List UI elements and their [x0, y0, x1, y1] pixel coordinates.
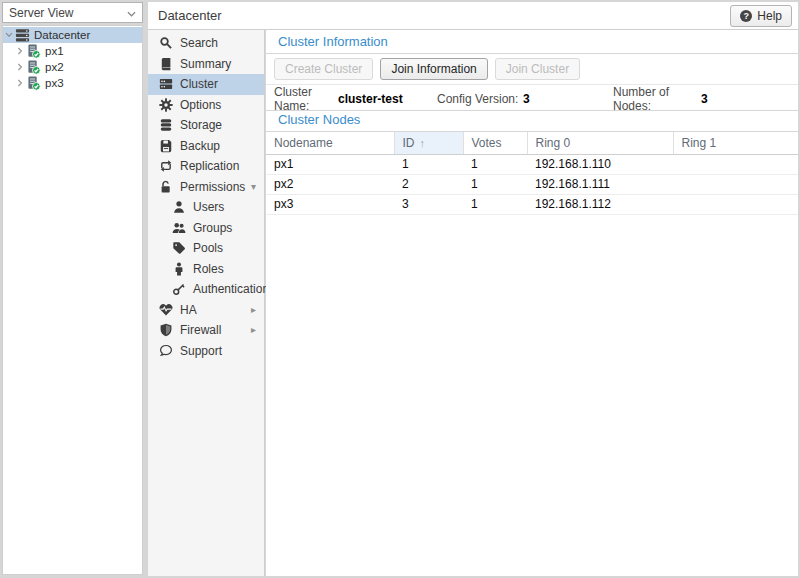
- cluster-info-row: Cluster Name:cluster-testConfig Version:…: [266, 85, 798, 111]
- sidebar-item-firewall[interactable]: Firewall▸: [148, 320, 264, 341]
- datacenter-icon: [15, 28, 30, 43]
- heartbeat-icon: [159, 303, 173, 317]
- page-title: Datacenter: [158, 8, 222, 23]
- info-field-value: 3: [701, 92, 798, 106]
- table-cell: px3: [266, 194, 394, 214]
- question-circle-icon: ?: [740, 10, 752, 22]
- column-header-ring-0[interactable]: Ring 0: [527, 132, 673, 154]
- column-header-votes[interactable]: Votes: [463, 132, 527, 154]
- column-header-label: Votes: [472, 136, 502, 150]
- tree-expand-icon[interactable]: [14, 63, 26, 71]
- sidebar-item-label: Groups: [193, 221, 232, 235]
- sidebar-item-search[interactable]: Search: [148, 33, 264, 54]
- column-header-label: Ring 0: [536, 136, 571, 150]
- column-header-label: Nodename: [274, 136, 333, 150]
- table-row-px1[interactable]: px111192.168.1.110: [266, 154, 798, 174]
- create-cluster-button: Create Cluster: [274, 58, 373, 80]
- tree-node-label: px2: [45, 61, 64, 73]
- sidebar-item-label: Storage: [180, 118, 222, 132]
- sidebar-item-label: Backup: [180, 139, 220, 153]
- join-information-button[interactable]: Join Information: [380, 58, 487, 80]
- node-ok-icon: [26, 76, 41, 91]
- cluster-information-title: Cluster Information: [266, 30, 798, 54]
- sidebar-item-options[interactable]: Options: [148, 95, 264, 116]
- column-header-label: Ring 1: [682, 136, 717, 150]
- sidebar-item-authentication[interactable]: Authentication: [148, 279, 264, 300]
- person-icon: [172, 262, 186, 276]
- users-icon: [172, 221, 186, 235]
- tree-node-px2[interactable]: px2: [3, 59, 142, 75]
- tree-node-datacenter[interactable]: Datacenter: [3, 27, 142, 43]
- sort-asc-icon: ↑: [420, 137, 426, 149]
- help-button[interactable]: ? Help: [730, 5, 792, 27]
- tree-expand-icon[interactable]: [14, 79, 26, 87]
- tree-node-px3[interactable]: px3: [3, 75, 142, 91]
- table-cell: 2: [394, 174, 463, 194]
- table-cell: 1: [394, 154, 463, 174]
- column-header-ring-1[interactable]: Ring 1: [673, 132, 798, 154]
- tree-collapse-icon[interactable]: [3, 31, 15, 39]
- column-header-id[interactable]: ID↑: [394, 132, 463, 154]
- sidebar-item-label: Pools: [193, 241, 223, 255]
- content-header: Datacenter ? Help: [148, 2, 798, 30]
- search-icon: [159, 36, 173, 50]
- sidebar-item-label: Roles: [193, 262, 224, 276]
- sidebar-item-users[interactable]: Users: [148, 197, 264, 218]
- column-header-nodename[interactable]: Nodename: [266, 132, 394, 154]
- comment-icon: [159, 344, 173, 358]
- chevron-down-icon: ▾: [251, 182, 256, 192]
- column-header-label: ID: [403, 136, 415, 150]
- floppy-icon: [159, 139, 173, 153]
- key-icon: [172, 282, 186, 296]
- cluster-icon: [159, 77, 173, 91]
- sidebar-item-pools[interactable]: Pools: [148, 238, 264, 259]
- chevron-right-icon: ▸: [251, 305, 256, 315]
- user-icon: [172, 200, 186, 214]
- sidebar-menu: SearchSummaryClusterOptionsStorageBackup…: [148, 30, 265, 576]
- sidebar-item-roles[interactable]: Roles: [148, 259, 264, 280]
- gear-icon: [159, 98, 173, 112]
- sidebar-item-label: Authentication: [193, 282, 269, 296]
- sidebar-item-storage[interactable]: Storage: [148, 115, 264, 136]
- sidebar-item-groups[interactable]: Groups: [148, 218, 264, 239]
- sidebar-item-cluster[interactable]: Cluster: [148, 74, 264, 95]
- sidebar-item-label: Support: [180, 344, 222, 358]
- info-field-label: Config Version:: [437, 92, 523, 106]
- sidebar-item-permissions[interactable]: Permissions▾: [148, 177, 264, 198]
- info-field-label: Cluster Name:: [274, 85, 338, 113]
- app-window: Server View Datacenterpx1px2px3 Datacent…: [0, 0, 800, 578]
- book-icon: [159, 57, 173, 71]
- tree-expand-icon[interactable]: [14, 47, 26, 55]
- tree-node-px1[interactable]: px1: [3, 43, 142, 59]
- sidebar-item-backup[interactable]: Backup: [148, 136, 264, 157]
- tree-node-label: Datacenter: [34, 29, 90, 41]
- sidebar-item-support[interactable]: Support: [148, 341, 264, 362]
- sidebar-item-ha[interactable]: HA▸: [148, 300, 264, 321]
- table-cell: [673, 154, 798, 174]
- sidebar-item-label: Summary: [180, 57, 231, 71]
- table-row-px2[interactable]: px221192.168.1.111: [266, 174, 798, 194]
- sidebar-item-label: Search: [180, 36, 218, 50]
- join-cluster-button: Join Cluster: [495, 58, 580, 80]
- node-ok-icon: [26, 44, 41, 59]
- view-selector-value: Server View: [9, 6, 127, 20]
- sidebar-item-label: Replication: [180, 159, 239, 173]
- info-field-value: 3: [523, 92, 613, 106]
- sidebar-item-replication[interactable]: Replication: [148, 156, 264, 177]
- sidebar-item-summary[interactable]: Summary: [148, 54, 264, 75]
- cluster-toolbar: Create ClusterJoin InformationJoin Clust…: [266, 54, 798, 85]
- tree-node-label: px3: [45, 77, 64, 89]
- table-cell: [673, 174, 798, 194]
- table-row-px3[interactable]: px331192.168.1.112: [266, 194, 798, 214]
- cluster-nodes-title: Cluster Nodes: [266, 111, 798, 132]
- cluster-nodes-table: NodenameID↑VotesRing 0Ring 1 px111192.16…: [266, 132, 798, 215]
- table-cell: 1: [463, 174, 527, 194]
- table-cell: 1: [463, 154, 527, 174]
- info-field-value: cluster-test: [338, 92, 437, 106]
- view-selector[interactable]: Server View: [2, 2, 143, 23]
- tree-node-label: px1: [45, 45, 64, 57]
- node-ok-icon: [26, 60, 41, 75]
- chevron-down-icon: [127, 6, 136, 20]
- shield-icon: [159, 323, 173, 337]
- sidebar-item-label: Cluster: [180, 77, 218, 91]
